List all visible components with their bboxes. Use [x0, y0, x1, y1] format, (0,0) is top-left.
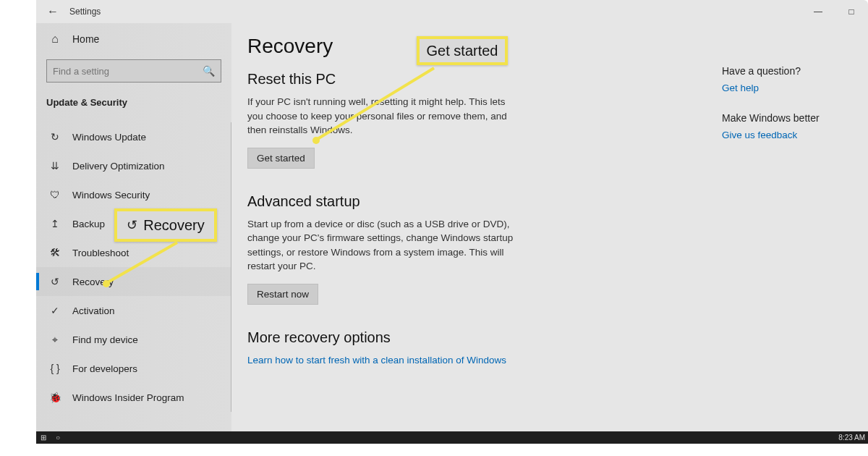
sidebar-item-recovery[interactable]: ↺ Recovery — [36, 267, 231, 296]
code-icon: { } — [46, 363, 64, 374]
make-windows-better-heading: Make Windows better — [722, 112, 852, 124]
sidebar-home[interactable]: ⌂ Home — [36, 23, 231, 55]
sidebar-item-label: Windows Update — [72, 132, 146, 143]
minimize-button[interactable]: — — [801, 0, 835, 23]
more-heading: More recovery options — [247, 329, 851, 346]
check-circle-icon: ✓ — [46, 305, 64, 316]
get-help-link[interactable]: Get help — [722, 83, 852, 93]
wrench-icon: 🛠 — [46, 247, 64, 258]
window-title: Settings — [69, 7, 101, 17]
main-pane: Recovery Reset this PC If your PC isn't … — [231, 23, 868, 444]
history-icon: ↺ — [46, 276, 64, 287]
learn-start-fresh-link[interactable]: Learn how to start fresh with a clean in… — [247, 355, 506, 366]
page-title: Recovery — [247, 35, 851, 58]
maximize-button[interactable]: □ — [835, 0, 868, 23]
search-taskbar-icon[interactable]: ○ — [51, 431, 65, 444]
sidebar-item-windows-insider[interactable]: 🐞 Windows Insider Program — [36, 383, 231, 412]
titlebar: ← Settings — □ — [36, 0, 868, 23]
sidebar-item-find-my-device[interactable]: ⌖ Find my device — [36, 325, 231, 354]
restart-now-button[interactable]: Restart now — [247, 284, 318, 305]
start-button[interactable]: ⊞ — [36, 431, 51, 444]
back-button[interactable]: ← — [36, 0, 69, 23]
sidebar-home-label: Home — [72, 33, 99, 45]
advanced-heading: Advanced startup — [247, 193, 851, 210]
advanced-body: Start up from a device or disc (such as … — [247, 217, 522, 274]
sidebar-item-backup[interactable]: ↥ Backup — [36, 209, 231, 238]
bug-icon: 🐞 — [46, 392, 64, 403]
sync-icon: ↻ — [46, 131, 64, 143]
backup-icon: ↥ — [46, 218, 64, 229]
sidebar-item-label: Troubleshoot — [72, 248, 129, 258]
search-input[interactable] — [53, 66, 203, 77]
location-icon: ⌖ — [46, 334, 64, 346]
sidebar: ⌂ Home 🔍 Update & Security ↻ Windows Upd… — [36, 23, 231, 444]
settings-window: ← Settings — □ ⌂ Home 🔍 Update & Securit… — [36, 0, 868, 444]
delivery-icon: ⇊ — [46, 160, 64, 172]
sidebar-item-troubleshoot[interactable]: 🛠 Troubleshoot — [36, 238, 231, 267]
sidebar-item-label: For developers — [72, 363, 137, 374]
sidebar-item-label: Windows Security — [72, 190, 150, 200]
home-icon: ⌂ — [46, 33, 64, 46]
give-feedback-link[interactable]: Give us feedback — [722, 130, 852, 140]
sidebar-item-label: Find my device — [72, 334, 138, 345]
advanced-startup-section: Advanced startup Start up from a device … — [247, 193, 851, 305]
sidebar-item-windows-security[interactable]: 🛡 Windows Security — [36, 180, 231, 209]
sidebar-item-label: Activation — [72, 305, 115, 316]
sidebar-item-delivery-optimization[interactable]: ⇊ Delivery Optimization — [36, 151, 231, 180]
sidebar-item-for-developers[interactable]: { } For developers — [36, 354, 231, 383]
get-started-button[interactable]: Get started — [247, 148, 315, 169]
sidebar-item-activation[interactable]: ✓ Activation — [36, 296, 231, 325]
sidebar-section-label: Update & Security — [36, 90, 231, 115]
right-column: Have a question? Get help Make Windows b… — [722, 65, 852, 159]
search-input-wrap[interactable]: 🔍 — [46, 59, 221, 83]
taskbar-time: 8:23 AM — [838, 434, 865, 442]
sidebar-item-label: Delivery Optimization — [72, 161, 165, 172]
sidebar-item-windows-update[interactable]: ↻ Windows Update — [36, 122, 231, 151]
sidebar-item-label: Recovery — [72, 276, 114, 287]
more-recovery-options-section: More recovery options Learn how to start… — [247, 329, 851, 366]
sidebar-item-label: Windows Insider Program — [72, 392, 184, 403]
have-question-heading: Have a question? — [722, 65, 852, 77]
taskbar[interactable]: ⊞ ○ 8:23 AM — [36, 431, 868, 444]
sidebar-item-label: Backup — [72, 219, 105, 229]
search-icon: 🔍 — [203, 65, 215, 77]
sidebar-nav: ↻ Windows Update ⇊ Delivery Optimization… — [36, 122, 231, 412]
shield-icon: 🛡 — [46, 189, 64, 200]
reset-body: If your PC isn't running well, resetting… — [247, 95, 522, 138]
